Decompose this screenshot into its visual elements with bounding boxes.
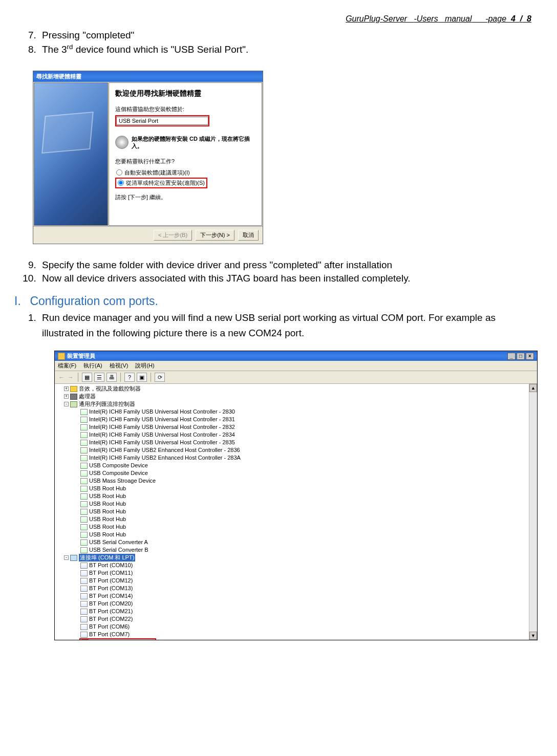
wizard-titlebar: 尋找新增硬體精靈	[33, 71, 263, 82]
menu-file[interactable]: 檔案(F)	[58, 362, 76, 370]
usb-device-item[interactable]: USB Root Hub	[57, 508, 537, 515]
wizard-question: 您要精靈執行什麼工作?	[115, 158, 255, 165]
section-step-1: Run device manager and you will find a n…	[39, 310, 537, 340]
wizard-button-bar: < 上一步(B) 下一步(N) > 取消	[33, 226, 263, 244]
radio-list-input[interactable]	[118, 180, 124, 186]
cat-cpu[interactable]: +處理器	[57, 393, 537, 400]
usb-device-icon	[80, 447, 88, 453]
toolbar-btn-6[interactable]: ⟳	[155, 373, 165, 382]
wizard-side-banner	[34, 82, 108, 226]
back-button[interactable]: < 上一步(B)	[154, 230, 192, 241]
usb-device-icon	[80, 524, 88, 530]
com-port-item[interactable]: BT Port (COM10)	[57, 561, 537, 569]
cat-sound[interactable]: +音效，視訊及遊戲控制器	[57, 385, 537, 393]
usb-device-icon	[80, 432, 88, 438]
cat-ports[interactable]: -連接埠 (COM 和 LPT)	[57, 554, 537, 561]
usb-device-icon	[80, 516, 88, 523]
usb-device-item[interactable]: USB Composite Device	[57, 462, 537, 469]
com-port-item[interactable]: BT Port (COM14)	[57, 592, 537, 600]
menu-help[interactable]: 說明(H)	[135, 362, 154, 370]
dm-titlebar: 裝置管理員 _ □ ×	[55, 351, 537, 361]
usb-device-item[interactable]: USB Root Hub	[57, 523, 537, 531]
port-icon	[80, 593, 88, 599]
usb-device-item[interactable]: USB Root Hub	[57, 515, 537, 523]
port-icon	[80, 601, 88, 607]
com-port-item[interactable]: BT Port (COM7)	[57, 631, 537, 638]
usb-device-item[interactable]: USB Root Hub	[57, 531, 537, 538]
usb-device-item[interactable]: Intel(R) ICH8 Family USB Universal Host …	[57, 416, 537, 423]
com-port-item[interactable]: BT Port (COM11)	[57, 569, 537, 577]
toolbar-btn-4[interactable]: ?	[124, 373, 135, 382]
close-button[interactable]: ×	[526, 353, 534, 360]
usb-device-icon	[80, 486, 88, 492]
cat-usb[interactable]: -通用序列匯流排控制器	[57, 400, 537, 408]
section-list: Run device manager and you will find a n…	[14, 310, 537, 340]
maximize-button[interactable]: □	[517, 353, 525, 360]
hardware-wizard-dialog: 尋找新增硬體精靈 歡迎使用尋找新增硬體精靈 這個精靈協助您安裝軟體於: USB …	[33, 71, 263, 244]
minimize-button[interactable]: _	[507, 353, 516, 360]
menu-view[interactable]: 檢視(V)	[110, 362, 128, 370]
ports-icon	[70, 555, 77, 561]
device-highlight: USB Serial Port	[115, 115, 209, 126]
nav-forward-button[interactable]: →	[67, 373, 74, 382]
usb-device-icon	[80, 409, 88, 415]
toolbar-btn-1[interactable]: ▦	[82, 373, 92, 382]
step-10: Now all device drivers associated with t…	[39, 273, 537, 284]
usb-device-item[interactable]: USB Composite Device	[57, 469, 537, 477]
usb-device-item[interactable]: USB Serial Converter A	[57, 538, 537, 546]
port-icon	[81, 639, 89, 640]
usb-device-icon	[80, 424, 88, 430]
sound-icon	[70, 386, 77, 392]
radio-auto-install[interactable]: 自動安裝軟體(建議選項)(I)	[115, 168, 255, 177]
scroll-up-button[interactable]: ▲	[529, 384, 537, 392]
section-heading: I. Configuration com ports.	[14, 294, 537, 308]
com-port-item[interactable]: BT Port (COM22)	[57, 615, 537, 623]
port-icon	[80, 563, 88, 569]
com-port-item[interactable]: BT Port (COM12)	[57, 577, 537, 585]
radio-list-install[interactable]: 從清單或特定位置安裝(進階)(S)	[117, 179, 206, 187]
wizard-heading: 歡迎使用尋找新增硬體精靈	[115, 89, 255, 98]
tree-scrollbar[interactable]: ▲ ▼	[529, 384, 537, 640]
scroll-down-button[interactable]: ▼	[529, 632, 537, 640]
usb-device-icon	[80, 455, 88, 461]
usb-device-icon	[80, 470, 88, 477]
usb-device-item[interactable]: USB Root Hub	[57, 500, 537, 508]
usb-device-icon	[80, 539, 88, 546]
doc-title: GuruPlug-Server	[346, 14, 407, 23]
usb-device-item[interactable]: USB Serial Converter B	[57, 546, 537, 554]
usb-device-item[interactable]: USB Mass Stroage Device	[57, 477, 537, 485]
com-port-item[interactable]: BT Port (COM13)	[57, 585, 537, 592]
usb-device-icon	[80, 417, 88, 423]
next-button[interactable]: 下一步(N) >	[196, 230, 234, 241]
com-port-item[interactable]: BT Port (COM6)	[57, 623, 537, 631]
usb-device-item[interactable]: Intel(R) ICH8 Family USB Universal Host …	[57, 423, 537, 431]
usb-device-item[interactable]: Intel(R) ICH8 Family USB2 Enhanced Host …	[57, 454, 537, 462]
usb-icon	[70, 401, 77, 407]
press-next-text: 請按 [下一步] 繼續。	[115, 193, 255, 201]
usb-serial-port-highlight[interactable]: USB Serial Port (COM24)	[79, 638, 156, 640]
usb-device-icon	[80, 478, 88, 484]
step-7: Pressing "completed"	[39, 30, 537, 41]
page-header: GuruPlug-Server -Users manual -page 4 / …	[14, 14, 537, 24]
usb-device-item[interactable]: Intel(R) ICH8 Family USB Universal Host …	[57, 431, 537, 439]
usb-device-item[interactable]: Intel(R) ICH8 Family USB Universal Host …	[57, 439, 537, 446]
menu-action[interactable]: 執行(A)	[83, 362, 102, 370]
usb-device-item[interactable]: USB Root Hub	[57, 492, 537, 500]
radio-auto-input[interactable]	[116, 169, 122, 176]
dm-tree[interactable]: +音效，視訊及遊戲控制器 +處理器 -通用序列匯流排控制器 Intel(R) I…	[55, 384, 537, 640]
toolbar-btn-3[interactable]: 🖶	[106, 373, 117, 382]
toolbar-btn-5[interactable]: ▣	[137, 373, 147, 382]
com-port-item[interactable]: BT Port (COM21)	[57, 608, 537, 615]
port-icon	[80, 632, 88, 638]
toolbar-btn-2[interactable]: ☰	[94, 373, 104, 382]
usb-device-icon	[80, 493, 88, 500]
com-port-item[interactable]: BT Port (COM20)	[57, 600, 537, 608]
usb-device-item[interactable]: Intel(R) ICH8 Family USB2 Enhanced Host …	[57, 446, 537, 454]
port-icon	[80, 616, 88, 622]
cancel-button[interactable]: 取消	[238, 230, 259, 241]
usb-device-item[interactable]: USB Root Hub	[57, 485, 537, 492]
cd-note: 如果您的硬體附有安裝 CD 或磁片，現在將它插入。	[115, 136, 255, 149]
usb-device-item[interactable]: Intel(R) ICH8 Family USB Universal Host …	[57, 408, 537, 416]
nav-back-button[interactable]: ←	[58, 373, 65, 382]
dm-title: 裝置管理員	[67, 352, 95, 360]
